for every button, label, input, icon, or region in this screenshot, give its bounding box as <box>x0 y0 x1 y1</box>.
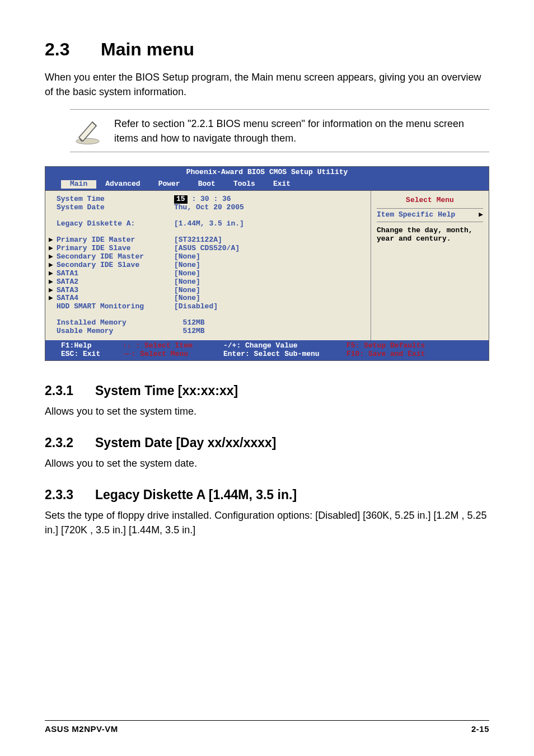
footer-help: F1:Help <box>61 342 123 350</box>
submenu-arrow-icon: ▶ <box>49 261 57 270</box>
submenu-arrow-icon <box>49 327 57 336</box>
svg-point-0 <box>76 138 99 144</box>
bios-body: System Time15 : 30 : 36System DateThu, O… <box>45 190 489 340</box>
bios-item-label: SATA1 <box>57 270 174 278</box>
bios-row[interactable]: System Time15 : 30 : 36 <box>57 195 365 204</box>
submenu-arrow-icon: ▶ <box>49 287 57 295</box>
bios-item-value: [Disabled] <box>174 303 218 311</box>
bios-item-label: System Date <box>57 204 174 212</box>
bios-item-value: 15 : 30 : 36 <box>174 195 231 204</box>
bios-menu-main[interactable]: Main <box>61 180 96 189</box>
bios-item-value: [None] <box>174 287 200 295</box>
submenu-arrow-icon: ▶ <box>49 253 57 261</box>
footer-product: ASUS M2NPV-VM <box>45 724 118 734</box>
footer-select-item: ↑↓ : Select Item <box>123 342 223 350</box>
bios-item-label: Installed Memory <box>57 319 174 327</box>
bios-row[interactable]: ▶Primary IDE Slave[ASUS CDS520/A] <box>57 245 365 253</box>
section-number: 2.3 <box>45 39 101 60</box>
bios-row[interactable]: Installed Memory 512MB <box>57 319 365 327</box>
bios-item-label: Primary IDE Slave <box>57 245 174 253</box>
bios-item-label: SATA3 <box>57 287 174 295</box>
page-footer: ASUS M2NPV-VM 2-15 <box>45 720 489 734</box>
section-heading: 2.3 Main menu <box>45 39 489 60</box>
subsection-heading-233: 2.3.3 Legacy Diskette A [1.44M, 3.5 in.] <box>45 487 489 503</box>
bios-row[interactable]: ▶SATA1[None] <box>57 270 365 278</box>
bios-row[interactable]: ▶Secondary IDE Slave[None] <box>57 261 365 270</box>
bios-item-label: HDD SMART Monitoring <box>57 303 174 311</box>
submenu-arrow-icon <box>49 319 57 327</box>
submenu-arrow-icon: ▶ <box>49 245 57 253</box>
triangle-right-icon: ▶ <box>479 211 483 219</box>
submenu-arrow-icon: ▶ <box>49 278 57 287</box>
bios-item-label: Usable Memory <box>57 327 174 336</box>
bios-row[interactable]: System DateThu, Oct 20 2005 <box>57 204 365 212</box>
bios-item-value: 512MB <box>174 327 205 336</box>
submenu-arrow-icon: ▶ <box>49 294 57 303</box>
subsection-text-231: Allows you to set the system time. <box>45 404 489 419</box>
submenu-arrow-icon <box>49 195 57 204</box>
section-title: Main menu <box>101 39 194 60</box>
subsection-text-233: Sets the type of floppy drive installed.… <box>45 508 489 537</box>
bios-row[interactable]: ▶Primary IDE Master[ST321122A] <box>57 236 365 245</box>
bios-item-value: [1.44M, 3.5 in.] <box>174 220 244 228</box>
highlighted-field[interactable]: 15 <box>174 195 188 204</box>
footer-setup-defaults: F5: Setup Defaults <box>346 342 425 350</box>
bios-item-value: [None] <box>174 278 200 287</box>
help-text: Change the day, month, year and century. <box>377 227 483 243</box>
bios-menubar: Main Advanced Power Boot Tools Exit <box>45 179 489 190</box>
bios-item-value: [ASUS CDS520/A] <box>174 245 240 253</box>
bios-menu-boot[interactable]: Boot <box>189 180 224 189</box>
bios-item-label: SATA2 <box>57 278 174 287</box>
bios-item-label: Primary IDE Master <box>57 236 174 245</box>
bios-item-label: Secondary IDE Slave <box>57 261 174 270</box>
bios-menu-power[interactable]: Power <box>149 180 189 189</box>
bios-row[interactable]: ▶SATA4[None] <box>57 294 365 303</box>
bios-menu-exit[interactable]: Exit <box>264 180 299 189</box>
pencil-note-icon <box>72 115 103 146</box>
bios-row[interactable]: ▶SATA3[None] <box>57 287 365 295</box>
bios-menu-advanced[interactable]: Advanced <box>96 180 149 189</box>
item-specific-help-heading: Item Specific Help▶ <box>377 208 483 222</box>
footer-select-submenu: Enter: Select Sub-menu <box>223 350 346 359</box>
bios-item-label: SATA4 <box>57 294 174 303</box>
submenu-arrow-icon <box>49 220 57 228</box>
select-menu-label: Select Menu <box>377 195 483 208</box>
footer-change-value: -/+: Change Value <box>223 342 346 350</box>
bios-row[interactable]: HDD SMART Monitoring[Disabled] <box>57 303 365 311</box>
bios-item-label: Legacy Diskette A: <box>57 220 174 228</box>
bios-menu-tools[interactable]: Tools <box>224 180 264 189</box>
subsection-text-232: Allows you to set the system date. <box>45 456 489 471</box>
submenu-arrow-icon <box>49 204 57 212</box>
footer-select-menu: →←: Select Menu <box>123 350 223 359</box>
footer-save-exit: F10: Save and Exit <box>346 350 425 359</box>
submenu-arrow-icon: ▶ <box>49 236 57 245</box>
bios-row[interactable]: ▶Secondary IDE Master[None] <box>57 253 365 261</box>
subsection-heading-232: 2.3.2 System Date [Day xx/xx/xxxx] <box>45 435 489 450</box>
bios-footer-bar: F1:Help ↑↓ : Select Item -/+: Change Val… <box>45 340 489 360</box>
bios-item-value: [None] <box>174 261 200 270</box>
bios-item-value: [None] <box>174 270 200 278</box>
bios-item-label: System Time <box>57 195 174 204</box>
bios-main-panel: System Time15 : 30 : 36System DateThu, O… <box>45 191 371 340</box>
footer-exit: ESC: Exit <box>61 350 123 359</box>
footer-page-number: 2-15 <box>471 724 489 734</box>
bios-item-label: Secondary IDE Master <box>57 253 174 261</box>
submenu-arrow-icon: ▶ <box>49 270 57 278</box>
bios-screenshot: Phoenix-Award BIOS CMOS Setup Utility Ma… <box>45 166 489 361</box>
bios-item-value: [None] <box>174 294 200 303</box>
bios-row[interactable]: Legacy Diskette A:[1.44M, 3.5 in.] <box>57 220 365 228</box>
bios-row[interactable]: ▶SATA2[None] <box>57 278 365 287</box>
bios-help-panel: Select Menu Item Specific Help▶ Change t… <box>371 191 489 340</box>
bios-item-value: [ST321122A] <box>174 236 222 245</box>
intro-paragraph: When you enter the BIOS Setup program, t… <box>45 70 489 99</box>
bios-item-value: Thu, Oct 20 2005 <box>174 204 244 212</box>
note-text: Refer to section "2.2.1 BIOS menu screen… <box>114 116 489 145</box>
bios-item-value: [None] <box>174 253 200 261</box>
info-note: Refer to section "2.2.1 BIOS menu screen… <box>70 109 489 152</box>
bios-title: Phoenix-Award BIOS CMOS Setup Utility <box>45 167 489 179</box>
bios-row[interactable]: Usable Memory 512MB <box>57 327 365 336</box>
submenu-arrow-icon <box>49 303 57 311</box>
subsection-heading-231: 2.3.1 System Time [xx:xx:xx] <box>45 383 489 398</box>
bios-item-value: 512MB <box>174 319 205 327</box>
